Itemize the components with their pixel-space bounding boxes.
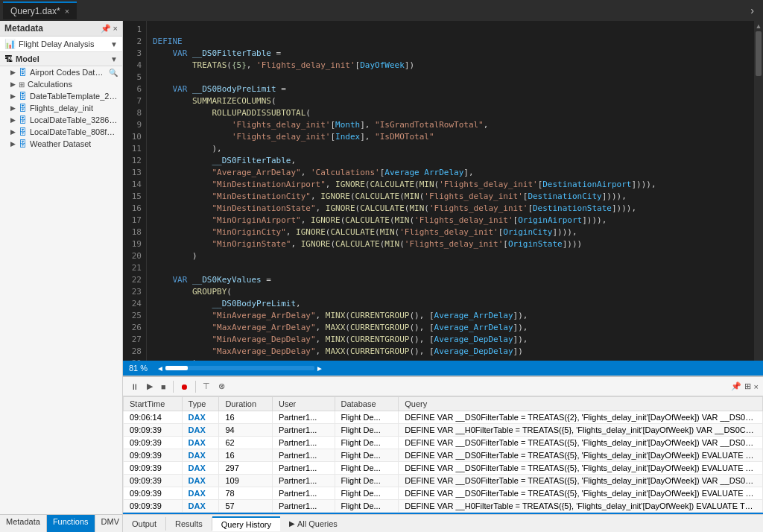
cell-user: Partner1... [272, 462, 335, 475]
table-row[interactable]: 09:09:39DAX78Partner1...Flight De...DEFI… [124, 487, 763, 500]
cell-query: DEFINE VAR __H0FilterTable = TREATAS({5}… [399, 424, 763, 437]
stop-button[interactable]: ■ [158, 381, 169, 393]
tree-item-airport[interactable]: ▶ 🗄 Airport Codes Dataset 🔍 [0, 66, 122, 78]
tree-item-flights[interactable]: ▶ 🗄 Flights_delay_init [0, 102, 122, 114]
tree-item-label4: Flights_delay_init [30, 104, 93, 113]
play-button[interactable]: ▶ [144, 380, 156, 393]
scrollbar-up-arrow[interactable]: ▲ [756, 22, 762, 30]
filter-button[interactable]: ⊤ [200, 380, 213, 393]
tab-dmv[interactable]: DMV [95, 515, 123, 532]
cell-starttime: 09:09:39 [124, 449, 183, 462]
tab-output[interactable]: Output [123, 517, 166, 531]
cell-type: DAX [182, 424, 219, 437]
toolbar-sep2 [195, 381, 196, 393]
scrollbar-thumb[interactable] [756, 31, 762, 76]
tab-label: Query1.dax* [10, 6, 60, 16]
cell-starttime: 09:09:39 [124, 462, 183, 475]
expand-bottom-icon[interactable]: ⊞ [744, 381, 751, 391]
cell-type: DAX [182, 500, 219, 513]
close-panel-icon[interactable]: × [113, 24, 118, 34]
editor-area: 1234567891011121314151617181920212223242… [123, 21, 763, 376]
tree-item-calculations[interactable]: ▶ ⊞ Calculations [0, 78, 122, 90]
cell-database: Flight De... [335, 500, 399, 513]
expand-icon4: ▶ [10, 104, 16, 112]
cell-user: Partner1... [272, 437, 335, 449]
code-editor[interactable]: DEFINE VAR __DS0FilterTable = TREATAS({5… [147, 21, 754, 361]
cell-query: DEFINE VAR __DS0FilterTable = TREATAS({5… [399, 449, 763, 462]
cell-starttime: 09:09:39 [124, 437, 183, 449]
table-row[interactable]: 09:09:39DAX16Partner1...Flight De...DEFI… [124, 449, 763, 462]
cell-query: DEFINE VAR __DS0FilterTable = TREATAS({2… [399, 411, 763, 424]
bottom-table-container[interactable]: StartTime Type Duration User Database Qu… [123, 396, 763, 514]
col-starttime[interactable]: StartTime [124, 397, 183, 411]
chevron-down-icon[interactable]: ▼ [110, 40, 118, 48]
pause-button[interactable]: ⏸ [127, 381, 142, 393]
all-queries-label: All Queries [297, 519, 338, 528]
tree-item-localdate2[interactable]: ▶ 🗄 LocalDateTable_808fee00-7 [0, 126, 122, 138]
table-row[interactable]: 09:09:39DAX297Partner1...Flight De...DEF… [124, 462, 763, 475]
scrollbar-h[interactable]: ◄ ► [156, 364, 323, 373]
tree-container: ▶ 🗄 Airport Codes Dataset 🔍 ▶ ⊞ Calculat… [0, 66, 122, 514]
cell-duration: 62 [219, 437, 273, 449]
tab-results[interactable]: Results [166, 517, 212, 531]
tree-item-label6: LocalDateTable_808fee00-7 [30, 127, 118, 136]
table-icon: ⊞ [19, 80, 25, 89]
app-container: Query1.dax* × › Metadata 📌 × 📊 Flight De… [0, 0, 763, 532]
col-database[interactable]: Database [335, 397, 399, 411]
tab-metadata[interactable]: Metadata [0, 515, 47, 532]
cell-query: DEFINE VAR __H0FilterTable = TREATAS({5}… [399, 500, 763, 513]
table-row[interactable]: 09:09:39DAX109Partner1...Flight De...DEF… [124, 475, 763, 487]
cell-starttime: 09:09:39 [124, 475, 183, 487]
col-query[interactable]: Query [399, 397, 763, 411]
table-row[interactable]: 09:09:39DAX62Partner1...Flight De...DEFI… [124, 437, 763, 449]
db-icon2: 🗄 [19, 92, 27, 101]
cell-starttime: 09:09:39 [124, 424, 183, 437]
table-row[interactable]: 09:06:14DAX16Partner1...Flight De...DEFI… [124, 411, 763, 424]
model-label: Model [16, 54, 107, 63]
pin-bottom-icon[interactable]: 📌 [731, 381, 741, 391]
left-panel: Metadata 📌 × 📊 Flight Delay Analysis ▼ 🏗… [0, 21, 123, 532]
expand-icon5: ▶ [10, 116, 16, 124]
tab-close[interactable]: × [65, 7, 69, 16]
col-user[interactable]: User [272, 397, 335, 411]
cell-user: Partner1... [272, 475, 335, 487]
cell-starttime: 09:06:14 [124, 411, 183, 424]
pin-icon[interactable]: 📌 [101, 24, 111, 34]
cell-database: Flight De... [335, 437, 399, 449]
tab-query-history[interactable]: Query History [212, 516, 280, 531]
clear-button[interactable]: ⊗ [215, 380, 228, 393]
tree-item-datetemplate[interactable]: ▶ 🗄 DateTableTemplate_214c25 [0, 90, 122, 102]
query-tab[interactable]: Query1.dax* × [3, 1, 77, 19]
table-row[interactable]: 09:09:39DAX57Partner1...Flight De...DEFI… [124, 500, 763, 513]
db-icon3: 🗄 [19, 104, 27, 113]
cell-user: Partner1... [272, 487, 335, 500]
cell-user: Partner1... [272, 500, 335, 513]
line-numbers: 1234567891011121314151617181920212223242… [123, 21, 147, 361]
main-area: Metadata 📌 × 📊 Flight Delay Analysis ▼ 🏗… [0, 21, 763, 532]
cell-user: Partner1... [272, 449, 335, 462]
col-type[interactable]: Type [182, 397, 219, 411]
table-row[interactable]: 09:09:39DAX94Partner1...Flight De...DEFI… [124, 424, 763, 437]
expand-icon7: ▶ [10, 140, 16, 148]
cell-database: Flight De... [335, 424, 399, 437]
tree-item-label7: Weather Dataset [30, 139, 91, 148]
bottom-tabbar: Output Results Query History ▶ All Queri… [123, 514, 763, 532]
left-panel-header: Metadata 📌 × [0, 21, 122, 37]
model-chevron-icon[interactable]: ▼ [110, 55, 118, 63]
tree-item-label5: LocalDateTable_32868f5e- [30, 115, 118, 124]
tree-item-label3: DateTableTemplate_214c25 [30, 92, 118, 101]
close-bottom-icon[interactable]: × [754, 382, 759, 391]
tab-functions[interactable]: Functions [47, 515, 95, 532]
tree-item-weather[interactable]: ▶ 🗄 Weather Dataset [0, 138, 122, 150]
tree-item-localdate1[interactable]: ▶ 🗄 LocalDateTable_32868f5e- [0, 114, 122, 126]
tab-scroll-right[interactable]: › [744, 4, 760, 16]
cell-type: DAX [182, 449, 219, 462]
col-duration[interactable]: Duration [219, 397, 273, 411]
cell-duration: 109 [219, 475, 273, 487]
cell-duration: 78 [219, 487, 273, 500]
db-icon6: 🗄 [19, 139, 27, 148]
record-button[interactable]: ⏺ [177, 381, 191, 393]
tab-all-queries[interactable]: ▶ All Queries [280, 517, 346, 531]
tree-item-label: Airport Codes Dataset [30, 68, 106, 77]
vertical-scrollbar[interactable]: ▲ [754, 21, 763, 361]
